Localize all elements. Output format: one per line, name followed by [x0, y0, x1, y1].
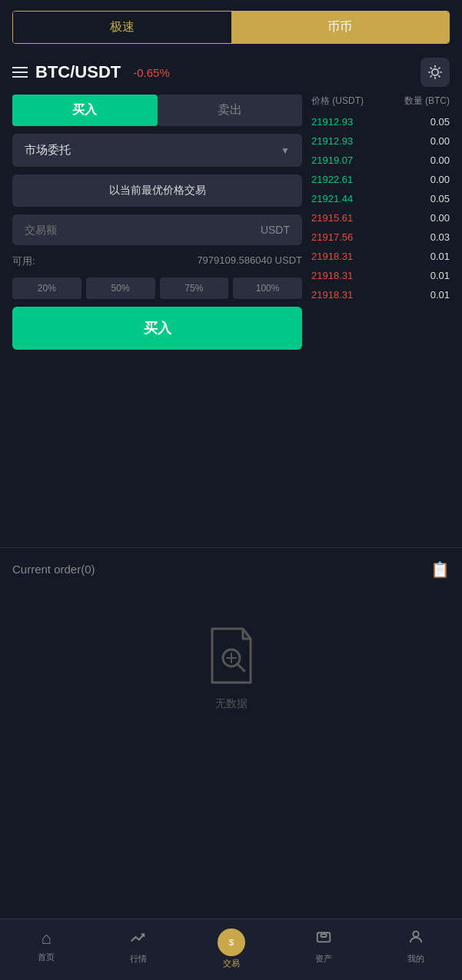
nav-profile[interactable]: 我的 [370, 925, 462, 972]
orderbook-panel: 价格 (USDT) 数量 (BTC) 21912.93 0.05 21912.9… [311, 95, 450, 535]
pct-50-button[interactable]: 50% [86, 277, 155, 299]
ob-qty: 0.01 [430, 270, 450, 281]
ob-price: 21918.31 [311, 251, 353, 262]
ob-price: 21917.56 [311, 231, 353, 243]
orderbook-row[interactable]: 21917.56 0.03 [311, 228, 450, 247]
ob-qty: 0.00 [430, 174, 450, 185]
ob-qty: 0.00 [430, 212, 450, 224]
svg-text:$: $ [228, 937, 234, 947]
ob-qty: 0.03 [430, 231, 450, 243]
left-panel: 买入 卖出 市场委托 ▼ 以当前最优价格交易 USDT 可用: 7979109.… [12, 95, 302, 535]
top-tabs: 极速 币币 [12, 11, 450, 44]
pct-100-button[interactable]: 100% [233, 277, 302, 299]
avail-label: 可用: [12, 254, 35, 268]
ob-price: 21918.31 [311, 270, 353, 281]
ob-price: 21918.31 [311, 289, 353, 301]
header-row: BTC/USDT -0.65% [0, 44, 462, 95]
orderbook-row[interactable]: 21912.93 0.05 [311, 112, 450, 131]
ob-qty-header: 数量 (BTC) [404, 95, 450, 108]
amount-input-container: USDT [12, 214, 302, 245]
svg-point-0 [432, 69, 438, 75]
ob-qty: 0.01 [430, 289, 450, 301]
chart-icon [130, 929, 147, 950]
orderbook-rows: 21912.93 0.05 21912.93 0.00 21919.07 0.0… [311, 112, 450, 304]
nav-assets-label: 资产 [315, 953, 332, 965]
nav-profile-label: 我的 [407, 953, 424, 965]
ob-price: 21922.61 [311, 174, 353, 185]
main-content: 买入 卖出 市场委托 ▼ 以当前最优价格交易 USDT 可用: 7979109.… [0, 95, 462, 535]
orderbook-row[interactable]: 21915.61 0.00 [311, 208, 450, 228]
theme-icon [427, 65, 443, 80]
ob-price-header: 价格 (USDT) [311, 95, 364, 108]
dropdown-arrow-icon: ▼ [281, 145, 290, 156]
ob-price: 21915.61 [311, 212, 353, 224]
ob-qty: 0.01 [430, 251, 450, 262]
empty-state: 无数据 [0, 586, 462, 734]
tab-coin[interactable]: 币币 [231, 12, 450, 43]
profile-icon [407, 929, 424, 950]
svg-line-6 [439, 76, 440, 77]
pair-title: BTC/USDT [35, 62, 121, 82]
svg-line-8 [439, 68, 440, 68]
orders-section: Current order(0) 📋 [0, 548, 462, 586]
empty-doc-icon [204, 625, 258, 686]
tab-fast[interactable]: 极速 [13, 12, 231, 43]
empty-text: 无数据 [215, 697, 248, 711]
home-icon: ⌂ [41, 929, 51, 948]
theme-toggle-button[interactable] [420, 58, 450, 87]
trade-circle: $ [218, 929, 245, 956]
hamburger-menu[interactable] [12, 67, 28, 78]
orderbook-row[interactable]: 21912.93 0.00 [311, 131, 450, 151]
assets-icon [315, 929, 332, 950]
pct-buttons-row: 20% 50% 75% 100% [12, 277, 302, 299]
nav-trade[interactable]: $ 交易 [184, 925, 277, 972]
header-left: BTC/USDT -0.65% [12, 62, 170, 82]
pct-75-button[interactable]: 75% [160, 277, 229, 299]
buy-tab[interactable]: 买入 [12, 95, 158, 126]
ob-qty: 0.00 [430, 135, 450, 147]
ob-price: 21912.93 [311, 116, 353, 128]
clipboard-icon[interactable]: 📋 [430, 560, 450, 579]
nav-market[interactable]: 行情 [92, 925, 184, 972]
svg-line-7 [430, 76, 431, 77]
available-balance-row: 可用: 7979109.586040 USDT [12, 253, 302, 270]
svg-line-5 [430, 68, 431, 68]
nav-assets[interactable]: 资产 [278, 925, 370, 972]
nav-home-label: 首页 [38, 952, 55, 963]
bottom-nav: ⌂ 首页 行情 $ 交易 资产 [0, 919, 462, 980]
ob-price: 21919.07 [311, 154, 353, 166]
pct-20-button[interactable]: 20% [12, 277, 81, 299]
confirm-buy-button[interactable]: 买入 [12, 307, 302, 350]
svg-point-16 [413, 932, 418, 937]
ob-price: 21921.44 [311, 193, 353, 204]
orderbook-row[interactable]: 21918.31 0.01 [311, 247, 450, 266]
nav-home[interactable]: ⌂ 首页 [0, 925, 92, 972]
nav-market-label: 行情 [130, 953, 147, 965]
orders-title: Current order(0) [12, 563, 95, 576]
currency-label: USDT [261, 224, 290, 236]
ob-price: 21912.93 [311, 135, 353, 147]
sell-tab[interactable]: 卖出 [158, 95, 303, 126]
amount-field[interactable] [25, 224, 184, 236]
best-price-info: 以当前最优价格交易 [12, 174, 302, 207]
order-type-dropdown[interactable]: 市场委托 ▼ [12, 134, 302, 167]
orderbook-row[interactable]: 21918.31 0.01 [311, 285, 450, 304]
ob-qty: 0.05 [430, 116, 450, 128]
trade-icon: $ [224, 935, 239, 950]
order-type-label: 市场委托 [25, 143, 71, 158]
orderbook-header: 价格 (USDT) 数量 (BTC) [311, 95, 450, 112]
buy-sell-tabs: 买入 卖出 [12, 95, 302, 126]
orderbook-row[interactable]: 21918.31 0.01 [311, 266, 450, 285]
orderbook-row[interactable]: 21922.61 0.00 [311, 170, 450, 189]
orderbook-row[interactable]: 21919.07 0.00 [311, 151, 450, 170]
svg-line-10 [238, 665, 244, 671]
orders-header: Current order(0) 📋 [12, 548, 450, 586]
ob-qty: 0.05 [430, 193, 450, 204]
nav-trade-label: 交易 [223, 958, 240, 969]
change-pct: -0.65% [133, 66, 170, 79]
avail-amount: 7979109.586040 USDT [197, 254, 302, 268]
orderbook-row[interactable]: 21921.44 0.05 [311, 189, 450, 208]
ob-qty: 0.00 [430, 154, 450, 166]
